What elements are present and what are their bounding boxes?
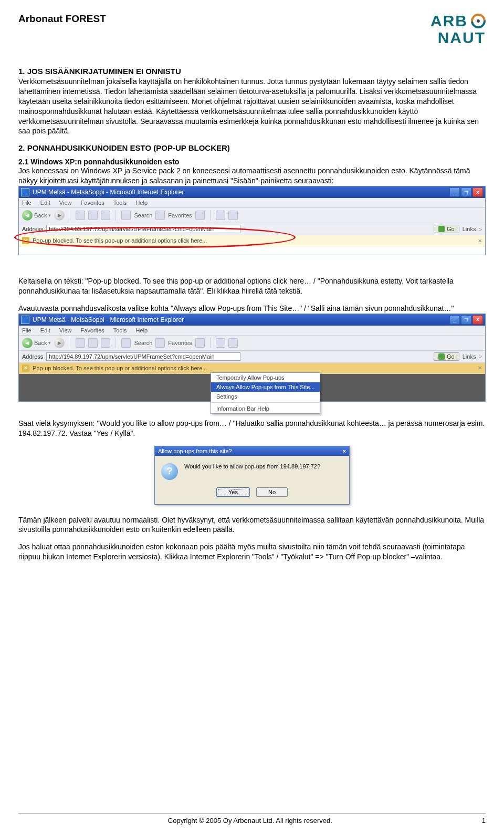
mail-icon[interactable] [216,338,225,348]
history-icon[interactable] [195,211,205,220]
search-icon[interactable] [121,338,131,348]
menu-view[interactable]: View [59,327,72,333]
screenshot-2: UPM Metsä - MetsäSoppi - Microsoft Inter… [18,314,486,402]
refresh-icon[interactable] [88,211,98,220]
back-button[interactable]: ◄ [22,338,33,348]
forward-button[interactable]: ► [54,338,65,348]
history-icon[interactable] [195,338,205,348]
search-icon[interactable] [121,211,131,220]
para-after-dialog: Tämän jälkeen palvelu avautuu normaalist… [18,515,486,535]
question-icon: ? [161,463,178,480]
menu-item-settings[interactable]: Settings [211,392,320,401]
back-button[interactable]: ◄ [22,210,33,221]
menu-help[interactable]: Help [135,327,148,333]
popup-blocked-icon: ✕ [22,364,29,372]
window-title: UPM Metsä - MetsäSoppi - Microsoft Inter… [33,189,184,196]
ie-app-icon [21,316,29,324]
menu-edit[interactable]: Edit [40,200,50,206]
logo-swirl-icon [468,11,488,31]
page-footer: Copyright © 2005 Oy Arbonaut Ltd. All ri… [18,813,486,824]
forward-button[interactable]: ► [54,210,65,221]
minimize-button[interactable]: _ [449,187,460,197]
address-label: Address [22,353,43,360]
popup-info-bar[interactable]: ✕ Pop-up blocked. To see this pop-up or … [19,235,485,246]
window-title: UPM Metsä - MetsäSoppi - Microsoft Inter… [33,316,184,323]
stop-icon[interactable] [76,338,85,348]
mail-icon[interactable] [216,211,225,220]
minimize-button[interactable]: _ [449,315,460,325]
screenshot-1: UPM Metsä - MetsäSoppi - Microsoft Inter… [18,186,486,255]
menu-favorites[interactable]: Favorites [81,327,104,333]
ie-app-icon [21,188,29,196]
yes-button[interactable]: Yes [216,487,250,497]
confirm-dialog: Allow pop-ups from this site? × ? Would … [154,446,350,505]
refresh-icon[interactable] [88,338,98,348]
menu-view[interactable]: View [59,200,72,206]
favorites-label: Favorites [168,212,192,218]
popup-bar-text: Pop-up blocked. To see this pop-up or ad… [33,365,475,371]
menu-favorites[interactable]: Favorites [81,200,104,206]
go-button[interactable]: Go [434,352,459,361]
popup-bar-close-icon[interactable]: ✕ [478,238,482,244]
address-input[interactable]: http://194.89.197.72/upm/servlet/UPMFram… [46,352,240,361]
favorites-icon[interactable] [155,211,165,220]
section2-sub-title: 2.1 Windows XP:n ponnahdusikkunoiden est… [18,158,486,166]
popup-bar-text: Pop-up blocked. To see this pop-up or ad… [33,237,475,244]
section2-title: 2. PONNAHDUSIKKUNOIDEN ESTO (POP-UP BLOC… [18,143,486,152]
links-label[interactable]: Links [463,353,476,360]
home-icon[interactable] [101,338,110,348]
go-arrow-icon [438,226,445,232]
confirm-dialog-wrap: Allow pop-ups from this site? × ? Would … [18,446,486,505]
toolbar: ◄ Back ▾ ► Search Favorites [19,208,485,223]
menu-tools[interactable]: Tools [113,327,127,333]
favorites-label: Favorites [168,340,192,346]
menu-bar[interactable]: File Edit View Favorites Tools Help [19,198,485,208]
menu-file[interactable]: File [22,200,32,206]
doc-title: Arbonaut FOREST [18,13,106,25]
section1-title: 1. JOS SISÄÄNKIRJATUMINEN EI ONNISTU [18,67,486,76]
dialog-close-icon[interactable]: × [343,448,346,454]
back-label: Back [34,340,47,346]
go-button[interactable]: Go [434,225,459,233]
maximize-button[interactable]: □ [461,315,471,325]
close-button[interactable]: × [472,315,483,325]
popup-blocked-icon: ✕ [22,237,29,244]
menu-edit[interactable]: Edit [40,327,50,333]
go-arrow-icon [438,353,445,360]
menu-help[interactable]: Help [135,200,148,206]
popup-bar-close-icon[interactable]: ✕ [478,365,482,371]
more-chevron-icon[interactable]: » [479,226,482,232]
menu-item-always-allow[interactable]: Always Allow Pop-ups from This Site... [211,382,320,392]
menu-item-info-bar-help[interactable]: Information Bar Help [211,404,320,413]
close-button[interactable]: × [472,187,483,197]
menu-bar[interactable]: File Edit View Favorites Tools Help [19,326,485,336]
para-final: Jos haluat ottaa ponnahdusikkunoiden est… [18,542,486,562]
more-chevron-icon[interactable]: » [479,353,482,359]
popup-context-menu: Temporarily Allow Pop-ups Always Allow P… [211,372,320,414]
search-label: Search [134,340,152,346]
menu-tools[interactable]: Tools [113,200,127,206]
dialog-title: Allow pop-ups from this site? [158,448,232,454]
address-input[interactable]: http://194.89.197.72/upm/servlet/UPMFram… [46,225,240,233]
maximize-button[interactable]: □ [461,187,471,197]
links-label[interactable]: Links [463,226,476,232]
print-icon[interactable] [228,211,238,220]
home-icon[interactable] [101,211,110,220]
no-button[interactable]: No [256,487,288,497]
stop-icon[interactable] [76,211,85,220]
address-bar: Address http://194.89.197.72/upm/servlet… [19,223,485,235]
print-icon[interactable] [228,338,238,348]
popup-info-bar[interactable]: ✕ Pop-up blocked. To see this pop-up or … [19,363,485,374]
logo-text-naut: NAUT [438,30,486,46]
toolbar: ◄ Back ▾ ► Search Favorites [19,336,485,351]
section1-body: Verkkometsäsuunnitelman jokaisella käytt… [18,77,486,136]
search-label: Search [134,212,152,218]
para-after-shot1: Keltaisella on teksti: "Pop-up blocked. … [18,276,486,296]
menu-file[interactable]: File [22,327,32,333]
menu-item-temp-allow[interactable]: Temporarily Allow Pop-ups [211,373,320,382]
favorites-icon[interactable] [155,338,165,348]
copyright-text: Copyright © 2005 Oy Arbonaut Ltd. All ri… [18,817,482,824]
page-number: 1 [482,817,486,824]
para-after-shot2: Saat vielä kysymyksen: "Would you like t… [18,419,486,439]
section2-body: Jos koneessasi on Windows XP ja Service … [18,166,486,186]
